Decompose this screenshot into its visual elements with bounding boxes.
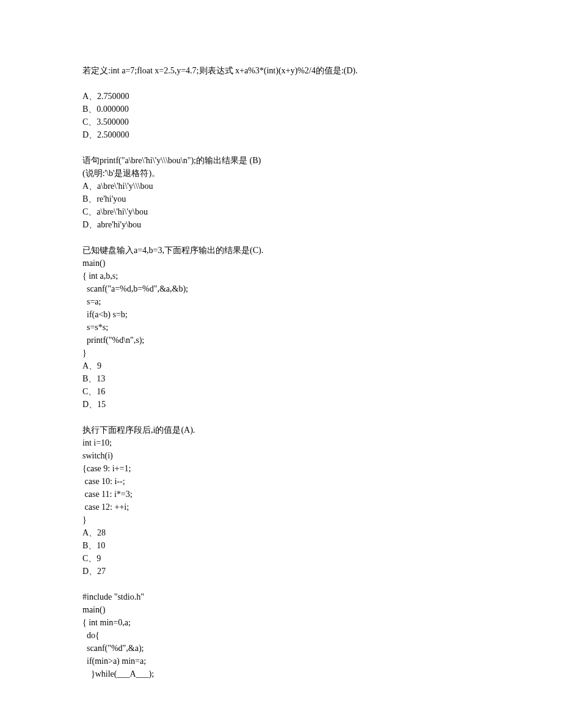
q3-code-7: } <box>82 347 483 359</box>
q3-opt-a: A、9 <box>82 359 483 372</box>
q2-opt-c: C、a\bre\'hi\'y\bou <box>82 205 483 218</box>
question-1: 若定义:int a=7;float x=2.5,y=4.7;则表达式 x+a%3… <box>82 64 483 77</box>
q4-opt-d: D、27 <box>82 565 483 578</box>
q3-code-6: printf("%d\n",s); <box>82 334 483 347</box>
q3-code-1: { int a,b,s; <box>82 270 483 282</box>
q4-code-4: case 11: i*=3; <box>82 488 483 501</box>
q3-opt-d: D、15 <box>82 398 483 411</box>
q1-opt-d: D、2.500000 <box>82 128 483 141</box>
q4-code-6: } <box>82 513 483 526</box>
q1-question-text: 若定义:int a=7;float x=2.5,y=4.7;则表达式 x+a%3… <box>82 64 483 77</box>
q3-code-2: scanf("a=%d,b=%d",&a,&b); <box>82 282 483 295</box>
q2-note: (说明:'\b'是退格符)。 <box>82 167 483 180</box>
q4-code-2: {case 9: i+=1; <box>82 462 483 475</box>
question-5: #include "stdio.h" main() { int min=0,a;… <box>82 590 483 680</box>
q4-opt-c: C、9 <box>82 552 483 565</box>
q3-opt-c: C、16 <box>82 385 483 398</box>
q5-code-1: main() <box>82 603 483 616</box>
q5-code-6: }while(___A___); <box>82 667 483 680</box>
q4-question-text: 执行下面程序段后,i的值是(A). <box>82 424 483 436</box>
q5-code-3: do{ <box>82 629 483 642</box>
q1-opt-c: C、3.500000 <box>82 116 483 128</box>
q1-opt-b: B、0.000000 <box>82 103 483 116</box>
q4-code-5: case 12: ++i; <box>82 501 483 513</box>
q4-code-1: switch(i) <box>82 449 483 462</box>
document-page: 若定义:int a=7;float x=2.5,y=4.7;则表达式 x+a%3… <box>0 0 562 728</box>
question-3: 已知键盘输入a=4,b=3,下面程序输出的结果是(C). main() { in… <box>82 244 483 411</box>
q4-opt-b: B、10 <box>82 539 483 552</box>
q3-code-3: s=a; <box>82 295 483 308</box>
q3-code-5: s=s*s; <box>82 321 483 334</box>
q5-code-4: scanf("%d",&a); <box>82 642 483 655</box>
q5-code-5: if(min>a) min=a; <box>82 655 483 667</box>
question-4: 执行下面程序段后,i的值是(A). int i=10; switch(i) {c… <box>82 424 483 578</box>
question-2: 语句printf("a\bre\'hi\'y\\\bou\n");的输出结果是 … <box>82 154 483 231</box>
q2-opt-b: B、re'hi'you <box>82 193 483 205</box>
q4-code-0: int i=10; <box>82 436 483 449</box>
q2-opt-a: A、a\bre\'hi\'y\\\bou <box>82 180 483 193</box>
q5-code-2: { int min=0,a; <box>82 616 483 629</box>
q3-question-text: 已知键盘输入a=4,b=3,下面程序输出的结果是(C). <box>82 244 483 257</box>
q2-opt-d: D、abre'hi'y\bou <box>82 218 483 231</box>
q4-opt-a: A、28 <box>82 526 483 539</box>
q1-opt-a: A、2.750000 <box>82 90 483 103</box>
q3-opt-b: B、13 <box>82 372 483 385</box>
q3-code-0: main() <box>82 257 483 270</box>
question-1-options: A、2.750000 B、0.000000 C、3.500000 D、2.500… <box>82 90 483 141</box>
q2-question-text: 语句printf("a\bre\'hi\'y\\\bou\n");的输出结果是 … <box>82 154 483 167</box>
q5-code-0: #include "stdio.h" <box>82 590 483 603</box>
q4-code-3: case 10: i--; <box>82 475 483 488</box>
q3-code-4: if(a<b) s=b; <box>82 308 483 321</box>
